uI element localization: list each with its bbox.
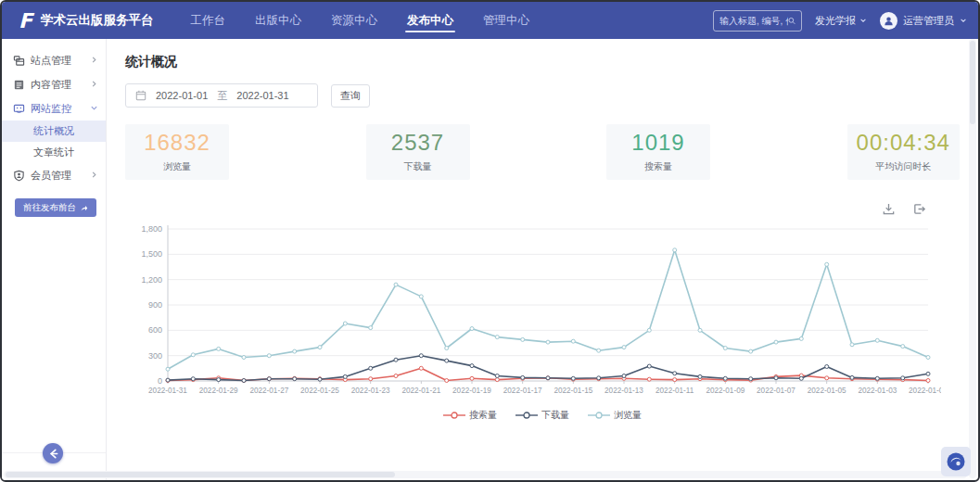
monitor-icon <box>13 103 25 115</box>
svg-text:2022-01-23: 2022-01-23 <box>351 387 390 395</box>
user-icon <box>883 15 895 27</box>
horizontal-scrollbar[interactable] <box>4 471 967 478</box>
legend-item-1[interactable]: 下载量 <box>515 409 569 422</box>
sidebar-item-label: 站点管理 <box>31 54 84 68</box>
svg-text:300: 300 <box>148 351 162 361</box>
svg-text:2022-01-29: 2022-01-29 <box>199 387 238 395</box>
topnav-item-label: 管理中心 <box>483 14 529 27</box>
svg-text:1,200: 1,200 <box>141 275 162 285</box>
sidebar-item-1[interactable]: 内容管理 <box>2 72 106 96</box>
svg-text:2022-01-25: 2022-01-25 <box>300 387 339 395</box>
stat-value: 16832 <box>144 131 210 155</box>
sidebar: 站点管理内容管理网站监控统计概况文章统计会员管理 前往发布前台 <box>2 39 107 480</box>
svg-text:2022-01-05: 2022-01-05 <box>808 387 846 395</box>
stat-label: 浏览量 <box>163 160 191 173</box>
chart-legend: 搜索量下载量浏览量 <box>125 409 960 422</box>
chevron-right-icon <box>90 171 98 181</box>
user-menu[interactable]: 运营管理员 <box>880 12 967 30</box>
avatar <box>880 12 897 30</box>
topnav-item-3[interactable]: 发布中心 <box>405 3 455 39</box>
page-title: 统计概况 <box>125 54 960 70</box>
svg-text:600: 600 <box>148 325 162 335</box>
sidebar-item-3[interactable]: 会员管理 <box>2 163 106 187</box>
svg-text:2022-01-03: 2022-01-03 <box>858 387 897 395</box>
share-arrow-icon <box>80 204 88 212</box>
svg-text:0: 0 <box>158 376 162 386</box>
legend-item-2[interactable]: 浏览量 <box>588 409 642 422</box>
global-search[interactable] <box>713 10 802 32</box>
sidebar-item-0[interactable]: 站点管理 <box>2 48 106 72</box>
topnav-item-label: 发布中心 <box>407 14 453 27</box>
svg-text:2022-01-01: 2022-01-01 <box>909 387 941 395</box>
svg-text:2022-01-17: 2022-01-17 <box>503 387 542 395</box>
sidebar-item-label: 内容管理 <box>31 78 84 92</box>
date-range-picker[interactable]: 2022-01-01 至 2022-01-31 <box>125 83 318 108</box>
query-button[interactable]: 查询 <box>331 84 370 108</box>
go-to-front-label: 前往发布前台 <box>23 202 76 214</box>
topnav-item-2[interactable]: 资源中心 <box>329 3 379 39</box>
sidebar-subitem-2-0[interactable]: 统计概况 <box>2 120 106 142</box>
sidebar-item-2[interactable]: 网站监控 <box>2 96 106 120</box>
topnav-item-4[interactable]: 管理中心 <box>481 3 531 39</box>
stats-row: 16832浏览量2537下载量1019搜索量00:04:34平均访问时长 <box>125 124 960 180</box>
members-icon <box>13 170 25 182</box>
stat-card-3: 00:04:34平均访问时长 <box>847 124 960 180</box>
filter-row: 2022-01-01 至 2022-01-31 查询 <box>125 83 960 108</box>
legend-label: 搜索量 <box>469 409 497 422</box>
svg-text:2022-01-31: 2022-01-31 <box>148 387 187 395</box>
journal-select-value: 发光学报 <box>815 14 856 28</box>
brand-logo: F <box>19 9 32 32</box>
export-icon[interactable] <box>912 202 926 216</box>
stat-label: 下载量 <box>404 160 432 173</box>
svg-text:1,500: 1,500 <box>141 249 162 259</box>
top-navbar: F 学术云出版服务平台 工作台出版中心资源中心发布中心管理中心 发光学报 运营管… <box>2 2 978 39</box>
search-input[interactable] <box>719 16 788 26</box>
line-chart: 03006009001,2001,5001,8002022-01-312022-… <box>125 220 960 409</box>
sidebar-subitem-label: 文章统计 <box>33 146 74 159</box>
date-to-value[interactable]: 2022-01-31 <box>236 90 288 101</box>
topnav-item-0[interactable]: 工作台 <box>189 3 228 39</box>
svg-text:2022-01-21: 2022-01-21 <box>401 387 440 395</box>
chevron-down-icon <box>960 17 967 24</box>
topnav-item-label: 工作台 <box>191 14 226 27</box>
sites-icon <box>13 55 25 67</box>
customer-service-button[interactable] <box>941 447 971 476</box>
sidebar-item-label: 会员管理 <box>31 169 84 183</box>
app-title: 学术云出版服务平台 <box>41 12 154 29</box>
chevron-right-icon <box>90 56 98 66</box>
topnav-item-1[interactable]: 出版中心 <box>253 3 303 39</box>
search-icon <box>788 16 795 26</box>
service-icon <box>946 451 966 472</box>
stat-value: 1019 <box>631 131 684 155</box>
svg-text:2022-01-27: 2022-01-27 <box>249 387 288 395</box>
stat-label: 平均访问时长 <box>875 160 931 173</box>
chevron-right-icon <box>90 80 98 90</box>
topnav-item-label: 出版中心 <box>255 14 301 27</box>
legend-item-0[interactable]: 搜索量 <box>443 409 497 422</box>
svg-text:2022-01-09: 2022-01-09 <box>706 387 745 395</box>
chart-toolbar <box>125 189 960 218</box>
download-icon[interactable] <box>882 202 896 216</box>
scrollbar-thumb[interactable] <box>6 472 395 477</box>
legend-marker-icon <box>443 411 465 420</box>
date-from-value[interactable]: 2022-01-01 <box>156 90 208 101</box>
vertical-scrollbar[interactable] <box>969 39 976 478</box>
stat-label: 搜索量 <box>644 160 672 173</box>
svg-text:2022-01-11: 2022-01-11 <box>655 387 694 395</box>
stat-card-0: 16832浏览量 <box>125 124 229 180</box>
collapse-sidebar-button[interactable] <box>43 443 63 463</box>
svg-text:2022-01-15: 2022-01-15 <box>554 387 592 395</box>
sidebar-menu: 站点管理内容管理网站监控统计概况文章统计会员管理 <box>2 39 106 187</box>
stat-card-2: 1019搜索量 <box>606 124 710 180</box>
stat-card-1: 2537下载量 <box>366 124 470 180</box>
journal-select[interactable]: 发光学报 <box>815 14 867 28</box>
content-icon <box>13 79 25 91</box>
go-to-front-button[interactable]: 前往发布前台 <box>15 198 96 217</box>
chevron-down-icon <box>859 17 867 24</box>
app-window: F 学术云出版服务平台 工作台出版中心资源中心发布中心管理中心 发光学报 运营管… <box>0 0 980 482</box>
date-separator: 至 <box>217 89 227 103</box>
arrow-left-icon <box>48 449 58 459</box>
scrollbar-thumb[interactable] <box>970 41 975 124</box>
svg-text:2022-01-13: 2022-01-13 <box>605 387 643 395</box>
sidebar-subitem-2-1[interactable]: 文章统计 <box>2 142 106 163</box>
